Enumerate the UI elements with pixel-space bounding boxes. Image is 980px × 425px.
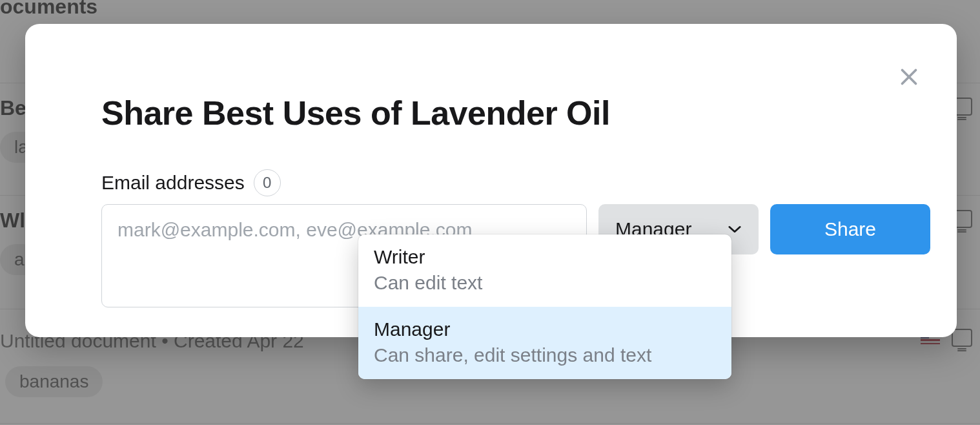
email-label-group: Email addresses 0 <box>101 169 281 196</box>
share-button[interactable]: Share <box>770 204 930 254</box>
role-option-manager[interactable]: Manager Can share, edit settings and tex… <box>358 307 731 379</box>
modal-title: Share Best Uses of Lavender Oil <box>101 94 610 132</box>
role-option-desc: Can edit text <box>374 272 716 294</box>
role-option-title: Manager <box>374 318 716 340</box>
email-count-badge: 0 <box>254 169 281 196</box>
email-label: Email addresses <box>101 172 245 194</box>
role-option-title: Writer <box>374 246 716 268</box>
role-option-writer[interactable]: Writer Can edit text <box>358 234 731 307</box>
role-dropdown: Writer Can edit text Manager Can share, … <box>358 234 731 379</box>
role-option-desc: Can share, edit settings and text <box>374 344 716 366</box>
close-button[interactable] <box>893 61 924 92</box>
close-icon <box>897 65 921 88</box>
chevron-down-icon <box>728 225 742 234</box>
